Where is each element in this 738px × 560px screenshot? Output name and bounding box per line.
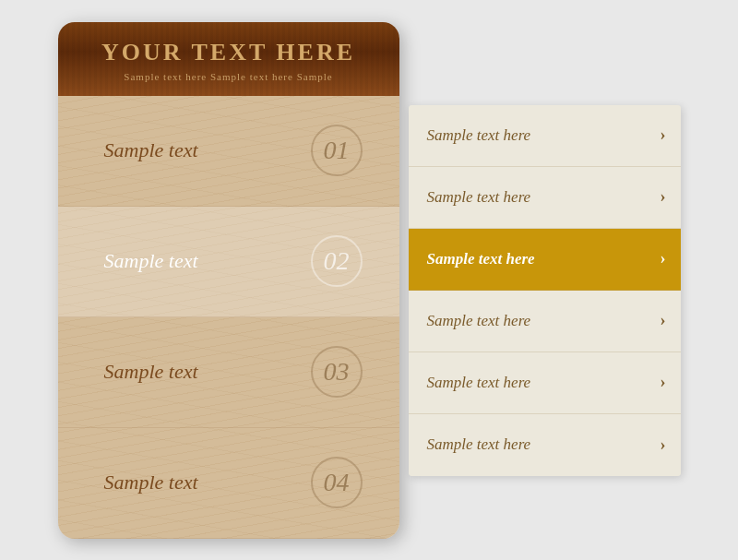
menu-row-2-number: 02 [311,235,363,287]
right-row-4[interactable]: Sample text here › [409,291,681,352]
right-row-2[interactable]: Sample text here › [409,167,681,229]
right-row-5-label: Sample text here [427,374,531,392]
menu-row-2[interactable]: Sample text 02 [58,207,399,317]
menu-row-3[interactable]: Sample text 03 [58,317,399,428]
chevron-icon-1: › [661,125,666,145]
chevron-icon-5: › [661,373,666,392]
right-row-1[interactable]: Sample text here › [409,105,681,167]
right-row-1-label: Sample text here [427,126,531,145]
right-row-3-label: Sample text here [427,250,535,268]
menu-row-1-number: 01 [311,125,363,176]
chevron-icon-4: › [661,311,666,330]
menu-row-3-label: Sample text [104,360,198,384]
menu-row-4-label: Sample text [104,471,198,494]
menu-row-1-label: Sample text [104,138,198,162]
right-row-4-label: Sample text here [427,312,531,330]
menu-row-3-number: 03 [311,346,363,398]
menu-row-1[interactable]: Sample text 01 [58,96,399,207]
main-container: YOUR TEXT HERE Sample text here Sample t… [58,22,681,539]
header-title: YOUR TEXT HERE [73,39,385,66]
menu-row-2-label: Sample text [104,249,198,273]
card-body: Sample text 01 Sample text 02 Sample tex… [58,96,399,539]
right-panel: Sample text here › Sample text here › Sa… [409,105,681,476]
right-row-6-label: Sample text here [427,435,531,454]
header-subtitle: Sample text here Sample text here Sample [73,71,385,82]
menu-row-4-number: 04 [311,457,363,508]
right-row-6[interactable]: Sample text here › [409,414,681,476]
left-card: YOUR TEXT HERE Sample text here Sample t… [58,22,399,539]
right-row-5[interactable]: Sample text here › [409,352,681,414]
right-row-3[interactable]: Sample text here › [409,229,681,291]
menu-row-4[interactable]: Sample text 04 [58,428,399,539]
chevron-icon-2: › [661,187,666,207]
right-row-2-label: Sample text here [427,188,531,207]
card-header: YOUR TEXT HERE Sample text here Sample t… [58,22,399,96]
chevron-icon-3: › [661,249,666,268]
chevron-icon-6: › [661,435,666,455]
